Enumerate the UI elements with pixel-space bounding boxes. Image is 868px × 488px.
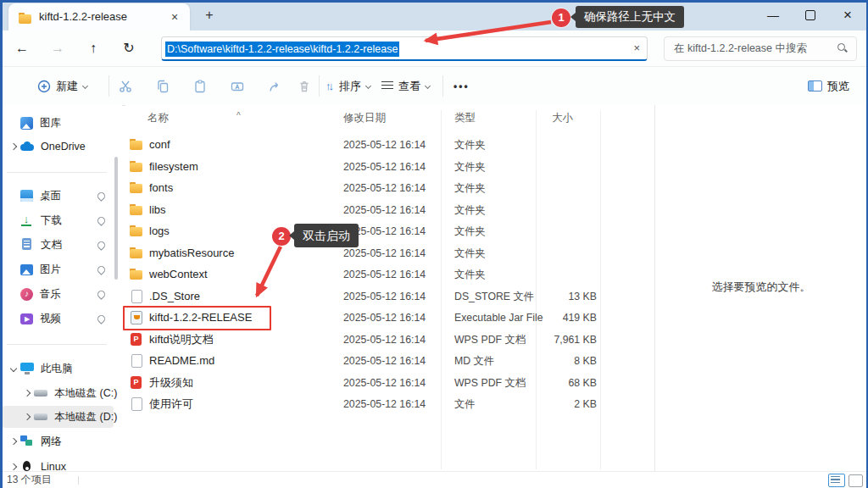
file-row-webcontext[interactable]: webContext2025-05-12 16:14文件夹 (125, 264, 651, 285)
search-icon[interactable] (837, 43, 848, 53)
onedrive-icon (20, 140, 34, 153)
rename-icon (231, 80, 244, 93)
pin-icon (96, 264, 107, 275)
view-button[interactable]: 查看 (381, 67, 430, 105)
chevron-down-icon[interactable] (10, 365, 17, 372)
preview-empty-text: 选择要预览的文件。 (655, 280, 867, 295)
sidebar-item-music[interactable]: 音乐 (2, 283, 114, 305)
command-toolbar: 新建 ↑↓ 排序 查看 (0, 67, 868, 106)
item-count: 13 个项目 (7, 472, 52, 488)
up-button[interactable]: ↑ (81, 30, 105, 66)
disk-icon (34, 386, 47, 400)
sidebar-item-desktop[interactable]: 桌面 (2, 185, 114, 207)
minimize-button[interactable]: — (754, 0, 792, 30)
paste-button[interactable] (186, 67, 214, 105)
file-row-ds-store[interactable]: .DS_Store2025-05-12 16:14DS_STORE 文件13 K… (125, 286, 651, 307)
details-view-icon[interactable] (828, 474, 845, 487)
chevron-right-icon[interactable] (24, 390, 31, 396)
sidebar-item-gallery[interactable]: 图库 (2, 112, 114, 134)
chevron-right-icon[interactable] (10, 438, 17, 445)
sidebar-item-pictures[interactable]: 图片 (2, 258, 114, 280)
cut-button[interactable] (111, 67, 140, 105)
sidebar-item-network[interactable]: 网络 (2, 430, 114, 452)
file-row-readme[interactable]: README.md2025-05-12 16:14MD 文件8 KB (125, 351, 651, 371)
column-header-size[interactable]: 大小 (552, 111, 573, 125)
sidebar-item-videos[interactable]: 视频 (2, 308, 114, 330)
preview-toggle-button[interactable]: 预览 (808, 67, 849, 105)
file-row-fonts[interactable]: fonts2025-05-12 16:14文件夹 (125, 178, 651, 198)
jar-file-icon (130, 311, 143, 324)
tab-close-icon[interactable]: × (166, 3, 183, 30)
new-button[interactable]: 新建 (37, 67, 87, 105)
new-tab-button[interactable]: + (200, 6, 219, 25)
refresh-button[interactable]: ↻ (117, 30, 141, 66)
preview-label: 预览 (827, 79, 849, 94)
address-text-selected[interactable]: D:\Software\kiftd-1.2.2-release\kiftd-1.… (165, 42, 399, 57)
search-box[interactable]: 在 kiftd-1.2.2-release 中搜索 (664, 36, 857, 61)
close-button[interactable]: × (829, 0, 866, 30)
file-row-upgrade-notes[interactable]: 升级须知2025-05-12 16:14WPS PDF 文档68 KB (125, 373, 651, 393)
navigation-bar: ← → ↑ ↻ D:\Software\kiftd-1.2.2-release\… (0, 30, 868, 67)
navigation-pane: 图库 OneDrive 桌面 下载 文档 图片 (0, 105, 122, 471)
folder-tab-icon (19, 12, 32, 25)
forward-button[interactable]: → (46, 30, 70, 66)
tab-kiftd-release[interactable]: kiftd-1.2.2-release × (8, 3, 190, 30)
toolbar-divider (442, 75, 443, 97)
chevron-down-icon (425, 83, 431, 89)
address-bar[interactable]: D:\Software\kiftd-1.2.2-release\kiftd-1.… (161, 36, 648, 61)
sidebar-scrollbar[interactable] (114, 157, 118, 280)
sort-ascending-icon[interactable]: ^ (236, 111, 241, 120)
copy-button[interactable] (148, 67, 177, 105)
delete-button[interactable] (290, 67, 319, 105)
preview-pane-icon (808, 80, 822, 92)
file-row-license[interactable]: 使用许可2025-05-12 16:14文件2 KB (125, 394, 651, 414)
sidebar-item-local-disk-d[interactable]: 本地磁盘 (D:) (2, 406, 114, 428)
column-header-type[interactable]: 类型 (454, 111, 476, 125)
gallery-icon (20, 117, 33, 130)
pin-icon (96, 191, 107, 202)
view-lines-icon (381, 81, 393, 91)
file-icon (130, 397, 143, 411)
sort-label: 排序 (339, 79, 361, 94)
this-pc-icon (20, 362, 34, 375)
sidebar-item-local-disk-c[interactable]: 本地磁盘 (C:) (2, 382, 114, 404)
sidebar-item-downloads[interactable]: 下载 (2, 209, 114, 231)
view-label: 查看 (398, 79, 420, 94)
file-row-mybatisresource[interactable]: mybatisResource2025-05-12 16:14文件夹 (125, 243, 651, 263)
column-header-date[interactable]: 修改日期 (343, 111, 386, 125)
folder-icon (130, 160, 143, 174)
cut-icon (119, 80, 132, 93)
file-row-kiftd-manual[interactable]: kiftd说明文档2025-05-12 16:14WPS PDF 文档7,961… (125, 330, 651, 350)
sidebar-item-this-pc[interactable]: 此电脑 (2, 358, 114, 380)
music-icon (20, 288, 33, 301)
chevron-down-icon (365, 83, 371, 89)
pin-icon (96, 313, 107, 324)
share-button[interactable] (260, 67, 289, 105)
file-row-logs[interactable]: logs2025-05-12 16:14文件夹 (125, 221, 651, 241)
sort-button[interactable]: ↑↓ 排序 (326, 67, 370, 105)
tab-title: kiftd-1.2.2-release (39, 3, 127, 30)
address-clear-icon[interactable]: × (633, 37, 640, 59)
back-button[interactable]: ← (10, 30, 34, 66)
file-row-libs[interactable]: libs2025-05-12 16:14文件夹 (125, 200, 651, 220)
search-placeholder: 在 kiftd-1.2.2-release 中搜索 (674, 37, 807, 60)
sidebar-item-onedrive[interactable]: OneDrive (2, 136, 114, 158)
wps-pdf-icon (130, 376, 143, 390)
pin-icon (96, 289, 107, 300)
pictures-icon (20, 264, 33, 275)
file-row-filesystem[interactable]: filesystem2025-05-12 16:14文件夹 (125, 157, 651, 177)
column-header-name[interactable]: 名称 (147, 111, 169, 125)
maximize-button[interactable] (792, 0, 829, 30)
more-options-button[interactable]: ••• (453, 67, 470, 105)
file-list: 名称 ^ 修改日期 类型 大小 conf2025-05-12 16:14文件夹 … (125, 105, 654, 471)
chevron-right-icon[interactable] (10, 143, 17, 150)
rename-button[interactable] (223, 67, 252, 105)
thumbnails-view-icon[interactable] (849, 474, 863, 487)
sidebar-item-documents[interactable]: 文档 (2, 234, 114, 256)
share-icon (268, 80, 281, 93)
file-row-conf[interactable]: conf2025-05-12 16:14文件夹 (125, 135, 651, 155)
chevron-right-icon[interactable] (24, 413, 31, 420)
file-row-kiftd-jar[interactable]: kiftd-1.2.2-RELEASE2025-05-12 16:14Execu… (125, 308, 651, 328)
chevron-right-icon[interactable] (10, 463, 17, 470)
statusbar-divider (78, 476, 79, 485)
